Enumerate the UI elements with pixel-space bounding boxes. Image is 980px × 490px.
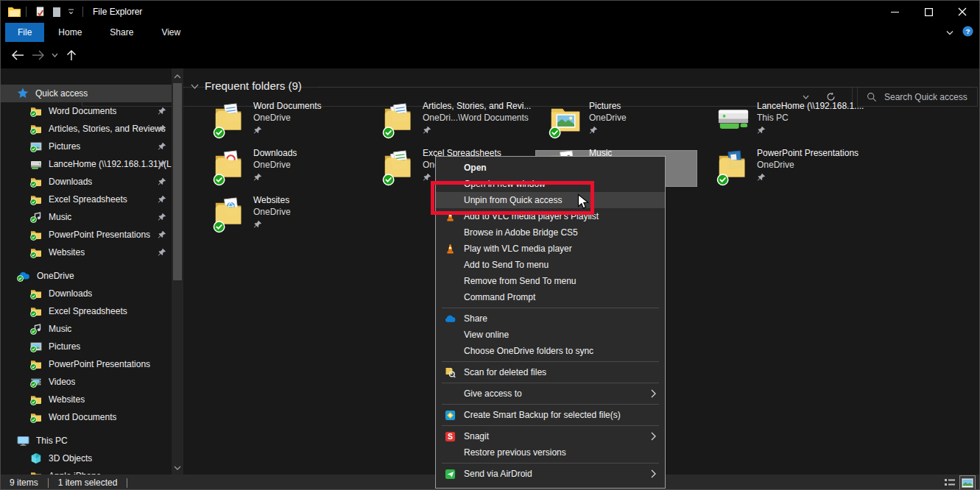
sidebar-item-label: Articles, Stories, and Reviews xyxy=(49,124,166,134)
folder-tile-powerpoint-presentations[interactable]: PowerPoint PresentationsOneDrive xyxy=(716,147,881,190)
maximize-button[interactable] xyxy=(912,1,945,23)
tab-view[interactable]: View xyxy=(147,23,194,42)
menu-item-choose-onedrive-folders-to-sync[interactable]: Choose OneDrive folders to sync xyxy=(436,343,665,359)
sidebar-item-powerpoint-presentations[interactable]: PowerPoint Presentations xyxy=(1,226,172,244)
tab-share[interactable]: Share xyxy=(96,23,147,42)
sidebar-item-apple-iphone[interactable]: Apple iPhone xyxy=(1,467,172,475)
sidebar-scrollbar[interactable] xyxy=(172,68,183,475)
folder-check-icon xyxy=(30,411,42,423)
customize-chevron-icon[interactable] xyxy=(68,9,74,15)
sidebar-item-videos[interactable]: Videos xyxy=(1,373,172,391)
sidebar-item-pictures[interactable]: Pictures xyxy=(1,338,172,355)
sidebar-item-label: 3D Objects xyxy=(49,453,92,464)
scroll-down-icon[interactable] xyxy=(174,462,181,472)
folder-check-icon xyxy=(30,246,42,258)
thumbnail-view-button[interactable] xyxy=(960,476,975,489)
help-icon[interactable]: ? xyxy=(962,26,973,39)
menu-item-label: Command Prompt xyxy=(464,292,535,302)
pin-icon xyxy=(158,142,166,151)
network-drive-icon xyxy=(30,158,42,170)
menu-item-restore-previous-versions[interactable]: Restore previous versions xyxy=(436,444,665,461)
tile-location: This PC xyxy=(757,113,789,123)
folder-word-icon xyxy=(213,100,247,140)
sidebar-item-pictures[interactable]: Pictures xyxy=(1,138,172,155)
sidebar-item-label: Music xyxy=(49,324,71,334)
new-folder-icon[interactable] xyxy=(52,7,62,18)
sidebar-item-excel-spreadsheets[interactable]: Excel Spreadsheets xyxy=(1,191,172,208)
sidebar-item-excel-spreadsheets[interactable]: Excel Spreadsheets xyxy=(1,302,172,320)
sidebar-item-word-documents[interactable]: Word Documents xyxy=(1,102,172,120)
expand-ribbon-chevron-icon[interactable] xyxy=(946,27,953,38)
sidebar-item-label: Websites xyxy=(49,247,85,258)
menu-separator xyxy=(442,425,659,426)
drive-network-icon xyxy=(716,100,750,140)
sidebar-item-word-documents[interactable]: Word Documents xyxy=(1,408,172,426)
menu-item-open[interactable]: Open xyxy=(436,160,665,176)
menu-item-command-prompt[interactable]: Command Prompt xyxy=(436,289,665,305)
sidebar-item-lancehome-192-168-1-31-l[interactable]: LanceHome (\\192.168.1.31) (L: xyxy=(1,155,172,173)
menu-item-create-smart-backup-for-selected-file-s[interactable]: Create Smart Backup for selected file(s) xyxy=(436,407,665,423)
sidebar-tree: Quick accessWord DocumentsArticles, Stor… xyxy=(1,68,172,475)
folder-tile-downloads[interactable]: DownloadsOneDrive xyxy=(213,147,378,190)
sidebar-item-label: OneDrive xyxy=(37,271,74,281)
recent-locations-chevron-icon[interactable] xyxy=(48,46,61,64)
sidebar-item-label: This PC xyxy=(36,436,68,446)
pin-icon xyxy=(158,177,166,186)
folder-tile-pictures[interactable]: PicturesOneDrive xyxy=(549,100,713,143)
menu-item-give-access-to[interactable]: Give access to xyxy=(436,386,665,402)
forward-button[interactable] xyxy=(29,46,48,64)
details-view-button[interactable] xyxy=(942,476,957,489)
folder-tile-websites[interactable]: WebsitesOneDrive xyxy=(213,194,378,237)
menu-separator xyxy=(442,404,659,405)
scrollbar-thumb[interactable] xyxy=(173,83,182,280)
section-title: Frequent folders (9) xyxy=(205,79,302,92)
music-check-icon xyxy=(30,323,42,335)
close-button[interactable] xyxy=(945,1,979,23)
pin-icon xyxy=(253,126,262,137)
sidebar-item-quick-access[interactable]: Quick access xyxy=(1,85,172,102)
sidebar-item-onedrive[interactable]: OneDrive xyxy=(1,267,172,285)
scroll-up-icon[interactable] xyxy=(174,71,181,81)
menu-item-play-with-vlc-media-player[interactable]: Play with VLC media player xyxy=(436,241,665,257)
folder-tile-lancehome-192-168-1[interactable]: LanceHome (\\192.168.1....This PC xyxy=(716,100,881,143)
folder-check-icon xyxy=(30,123,42,135)
back-button[interactable] xyxy=(8,46,27,64)
sidebar-item-powerpoint-presentations[interactable]: PowerPoint Presentations xyxy=(1,355,172,373)
menu-item-remove-from-send-to-menu[interactable]: Remove from Send To menu xyxy=(436,273,665,289)
submenu-chevron-icon xyxy=(651,389,656,400)
menu-item-snagit[interactable]: SSnagit xyxy=(436,428,665,444)
sidebar-item-label: LanceHome (\\192.168.1.31) (L: xyxy=(49,159,172,169)
menu-item-send-via-airdroid[interactable]: Send via AirDroid xyxy=(436,466,665,482)
folder-tile-word-documents[interactable]: Word DocumentsOneDrive xyxy=(213,100,378,143)
properties-icon[interactable] xyxy=(35,6,46,18)
sidebar-item-websites[interactable]: Websites xyxy=(1,244,172,261)
sidebar-item-downloads[interactable]: Downloads xyxy=(1,285,172,302)
sidebar-item-music[interactable]: Music xyxy=(1,208,172,226)
tab-file[interactable]: File xyxy=(5,23,44,42)
minimize-button[interactable] xyxy=(878,1,912,23)
sidebar-item-music[interactable]: Music xyxy=(1,320,172,338)
menu-item-browse-in-adobe-bridge-cs5[interactable]: Browse in Adobe Bridge CS5 xyxy=(436,224,665,241)
tile-location: OneDrive xyxy=(253,113,291,123)
folder-tile-articles-stories-and-revi[interactable]: Articles, Stories, and Revi...OneDri...\… xyxy=(382,100,547,143)
menu-item-add-to-send-to-menu[interactable]: Add to Send To menu xyxy=(436,257,665,273)
sidebar-item-this-pc[interactable]: This PC xyxy=(1,432,172,450)
menu-item-label: Play with VLC media player xyxy=(464,244,572,254)
sidebar-item-3d-objects[interactable]: 3D Objects xyxy=(1,450,172,467)
collapse-section-chevron-icon[interactable] xyxy=(191,81,199,91)
menu-separator xyxy=(442,463,659,464)
sidebar-item-websites[interactable]: Websites xyxy=(1,391,172,408)
menu-item-scan-for-deleted-files[interactable]: Scan for deleted files xyxy=(436,364,665,380)
sidebar-item-label: Music xyxy=(49,212,71,222)
sidebar-item-articles-stories-and-reviews[interactable]: Articles, Stories, and Reviews xyxy=(1,120,172,138)
sidebar-item-label: PowerPoint Presentations xyxy=(49,230,150,240)
pictures-check-icon xyxy=(30,141,42,152)
up-button[interactable] xyxy=(63,46,80,64)
menu-item-share[interactable]: Share xyxy=(436,310,665,327)
3d-objects-icon xyxy=(30,452,42,464)
tab-home[interactable]: Home xyxy=(44,23,96,42)
sidebar-item-downloads[interactable]: Downloads xyxy=(1,173,172,191)
mouse-cursor xyxy=(577,193,590,213)
toolbar-separator xyxy=(82,7,83,17)
menu-item-view-online[interactable]: View online xyxy=(436,327,665,343)
